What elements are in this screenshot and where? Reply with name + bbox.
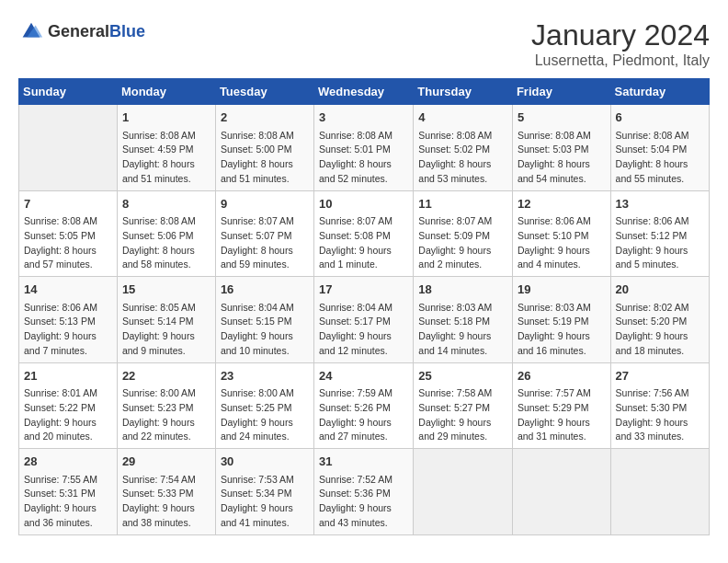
day-info: Sunrise: 7:58 AMSunset: 5:27 PMDaylight:… [418, 386, 507, 444]
calendar-cell [610, 449, 709, 535]
day-info: Sunrise: 8:03 AMSunset: 5:19 PMDaylight:… [518, 301, 606, 359]
day-info: Sunrise: 8:07 AMSunset: 5:07 PMDaylight:… [221, 214, 309, 272]
day-number: 16 [221, 281, 309, 299]
day-info: Sunrise: 8:04 AMSunset: 5:15 PMDaylight:… [221, 301, 309, 359]
day-number: 9 [221, 195, 309, 213]
day-info: Sunrise: 7:56 AMSunset: 5:30 PMDaylight:… [616, 386, 704, 444]
day-info: Sunrise: 8:01 AMSunset: 5:22 PMDaylight:… [24, 386, 112, 444]
day-info: Sunrise: 7:52 AMSunset: 5:36 PMDaylight:… [319, 473, 408, 531]
day-info: Sunrise: 7:57 AMSunset: 5:29 PMDaylight:… [518, 386, 606, 444]
day-info: Sunrise: 8:06 AMSunset: 5:10 PMDaylight:… [518, 214, 606, 272]
header-tuesday: Tuesday [215, 79, 313, 105]
calendar-cell: 23Sunrise: 8:00 AMSunset: 5:25 PMDayligh… [215, 362, 313, 449]
day-number: 1 [122, 109, 210, 127]
day-info: Sunrise: 8:08 AMSunset: 5:00 PMDaylight:… [221, 129, 309, 187]
calendar-cell: 11Sunrise: 8:07 AMSunset: 5:09 PMDayligh… [414, 190, 513, 277]
day-info: Sunrise: 7:53 AMSunset: 5:34 PMDaylight:… [221, 473, 309, 531]
day-number: 20 [616, 281, 704, 299]
day-number: 6 [616, 109, 704, 127]
day-number: 2 [221, 109, 309, 127]
logo: GeneralBlue [18, 18, 145, 44]
day-info: Sunrise: 7:59 AMSunset: 5:26 PMDaylight:… [319, 386, 408, 444]
header-wednesday: Wednesday [314, 79, 414, 105]
day-info: Sunrise: 8:00 AMSunset: 5:23 PMDaylight:… [122, 386, 210, 444]
day-number: 26 [518, 367, 606, 385]
calendar-cell: 8Sunrise: 8:08 AMSunset: 5:06 PMDaylight… [117, 190, 215, 277]
day-info: Sunrise: 7:55 AMSunset: 5:31 PMDaylight:… [24, 473, 112, 531]
calendar-cell: 18Sunrise: 8:03 AMSunset: 5:18 PMDayligh… [414, 277, 513, 363]
calendar-week-row: 7Sunrise: 8:08 AMSunset: 5:05 PMDaylight… [19, 190, 710, 277]
calendar-cell: 2Sunrise: 8:08 AMSunset: 5:00 PMDaylight… [215, 105, 313, 191]
month-title: January 2024 [531, 18, 710, 52]
calendar-cell: 4Sunrise: 8:08 AMSunset: 5:02 PMDaylight… [414, 105, 513, 191]
day-info: Sunrise: 8:07 AMSunset: 5:08 PMDaylight:… [319, 214, 408, 272]
calendar-cell: 31Sunrise: 7:52 AMSunset: 5:36 PMDayligh… [314, 449, 414, 535]
calendar-cell: 22Sunrise: 8:00 AMSunset: 5:23 PMDayligh… [117, 362, 215, 449]
calendar-cell: 9Sunrise: 8:07 AMSunset: 5:07 PMDaylight… [215, 190, 313, 277]
calendar-week-row: 28Sunrise: 7:55 AMSunset: 5:31 PMDayligh… [19, 449, 710, 535]
calendar-cell: 27Sunrise: 7:56 AMSunset: 5:30 PMDayligh… [610, 362, 709, 449]
day-number: 17 [319, 281, 408, 299]
day-number: 28 [24, 453, 112, 471]
calendar-table: SundayMondayTuesdayWednesdayThursdayFrid… [18, 78, 710, 535]
day-number: 13 [616, 195, 704, 213]
header-monday: Monday [117, 79, 215, 105]
day-number: 24 [319, 367, 408, 385]
day-info: Sunrise: 8:02 AMSunset: 5:20 PMDaylight:… [616, 301, 704, 359]
logo-text-blue: Blue [109, 22, 145, 40]
day-number: 5 [518, 109, 606, 127]
day-number: 31 [319, 453, 408, 471]
day-info: Sunrise: 8:04 AMSunset: 5:17 PMDaylight:… [319, 301, 408, 359]
calendar-cell: 3Sunrise: 8:08 AMSunset: 5:01 PMDaylight… [314, 105, 414, 191]
calendar-cell [19, 105, 118, 191]
calendar-cell: 13Sunrise: 8:06 AMSunset: 5:12 PMDayligh… [610, 190, 709, 277]
calendar-week-row: 1Sunrise: 8:08 AMSunset: 4:59 PMDaylight… [19, 105, 710, 191]
day-info: Sunrise: 8:05 AMSunset: 5:14 PMDaylight:… [122, 301, 210, 359]
day-number: 27 [616, 367, 704, 385]
calendar-cell: 26Sunrise: 7:57 AMSunset: 5:29 PMDayligh… [512, 362, 610, 449]
logo-icon [18, 18, 44, 44]
calendar-cell: 6Sunrise: 8:08 AMSunset: 5:04 PMDaylight… [610, 105, 709, 191]
day-number: 7 [24, 195, 112, 213]
header-saturday: Saturday [610, 79, 709, 105]
calendar-cell: 28Sunrise: 7:55 AMSunset: 5:31 PMDayligh… [19, 449, 118, 535]
calendar-header-row: SundayMondayTuesdayWednesdayThursdayFrid… [19, 79, 710, 105]
calendar-cell: 19Sunrise: 8:03 AMSunset: 5:19 PMDayligh… [512, 277, 610, 363]
day-info: Sunrise: 8:08 AMSunset: 5:02 PMDaylight:… [418, 129, 507, 187]
day-number: 4 [418, 109, 507, 127]
calendar-cell: 20Sunrise: 8:02 AMSunset: 5:20 PMDayligh… [610, 277, 709, 363]
day-info: Sunrise: 7:54 AMSunset: 5:33 PMDaylight:… [122, 473, 210, 531]
day-number: 8 [122, 195, 210, 213]
header-friday: Friday [512, 79, 610, 105]
day-info: Sunrise: 8:06 AMSunset: 5:12 PMDaylight:… [616, 214, 704, 272]
calendar-cell: 14Sunrise: 8:06 AMSunset: 5:13 PMDayligh… [19, 277, 118, 363]
location-title: Lusernetta, Piedmont, Italy [531, 52, 710, 69]
day-info: Sunrise: 8:08 AMSunset: 4:59 PMDaylight:… [122, 129, 210, 187]
day-number: 15 [122, 281, 210, 299]
calendar-cell: 16Sunrise: 8:04 AMSunset: 5:15 PMDayligh… [215, 277, 313, 363]
header-sunday: Sunday [19, 79, 118, 105]
calendar-cell: 21Sunrise: 8:01 AMSunset: 5:22 PMDayligh… [19, 362, 118, 449]
day-number: 25 [418, 367, 507, 385]
day-number: 29 [122, 453, 210, 471]
day-info: Sunrise: 8:03 AMSunset: 5:18 PMDaylight:… [418, 301, 507, 359]
day-info: Sunrise: 8:08 AMSunset: 5:03 PMDaylight:… [518, 129, 606, 187]
logo-text-general: General [48, 22, 109, 40]
calendar-cell: 25Sunrise: 7:58 AMSunset: 5:27 PMDayligh… [414, 362, 513, 449]
title-block: January 2024 Lusernetta, Piedmont, Italy [531, 18, 710, 69]
calendar-cell: 7Sunrise: 8:08 AMSunset: 5:05 PMDaylight… [19, 190, 118, 277]
calendar-cell: 12Sunrise: 8:06 AMSunset: 5:10 PMDayligh… [512, 190, 610, 277]
page-header: GeneralBlue January 2024 Lusernetta, Pie… [18, 18, 710, 69]
calendar-cell: 29Sunrise: 7:54 AMSunset: 5:33 PMDayligh… [117, 449, 215, 535]
day-number: 3 [319, 109, 408, 127]
day-number: 14 [24, 281, 112, 299]
day-number: 23 [221, 367, 309, 385]
day-number: 30 [221, 453, 309, 471]
header-thursday: Thursday [414, 79, 513, 105]
day-info: Sunrise: 8:08 AMSunset: 5:05 PMDaylight:… [24, 214, 112, 272]
day-number: 22 [122, 367, 210, 385]
calendar-cell: 15Sunrise: 8:05 AMSunset: 5:14 PMDayligh… [117, 277, 215, 363]
day-info: Sunrise: 8:07 AMSunset: 5:09 PMDaylight:… [418, 214, 507, 272]
day-number: 11 [418, 195, 507, 213]
day-info: Sunrise: 8:00 AMSunset: 5:25 PMDaylight:… [221, 386, 309, 444]
